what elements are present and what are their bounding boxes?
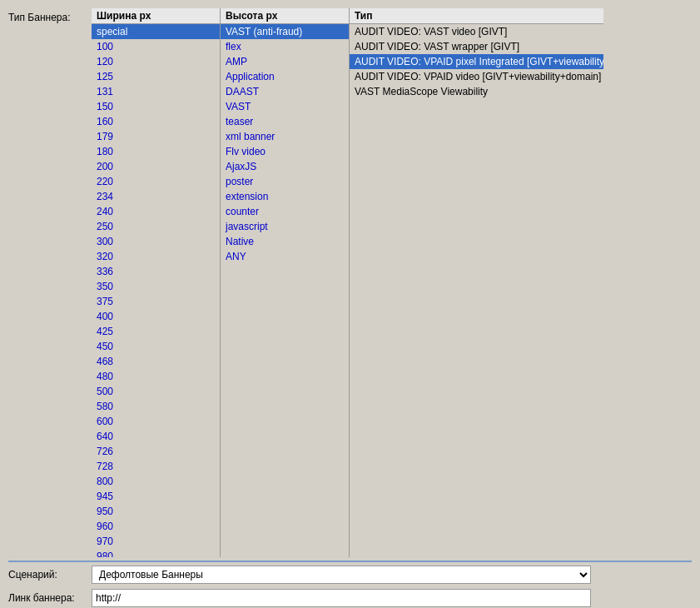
- list-item[interactable]: 500: [92, 384, 220, 399]
- list-item[interactable]: 480: [92, 369, 220, 384]
- width-column: Ширина px special10012012513115016017918…: [92, 8, 221, 557]
- list-item[interactable]: ANY: [221, 249, 349, 264]
- scenario-row: Сценарий: Дефолтовые Баннеры: [8, 566, 692, 584]
- list-item[interactable]: 580: [92, 399, 220, 414]
- list-item[interactable]: 160: [92, 114, 220, 129]
- scenario-select-wrapper[interactable]: Дефолтовые Баннеры: [92, 566, 591, 584]
- list-item[interactable]: 200: [92, 159, 220, 174]
- list-item[interactable]: 950: [92, 504, 220, 519]
- type-column: Тип AUDIT VIDEO: VAST video [GIVT]AUDIT …: [350, 8, 603, 557]
- height-column: Высота px VAST (anti-fraud)flexAMPApplic…: [221, 8, 350, 557]
- list-item[interactable]: DAAST: [221, 84, 349, 99]
- list-item[interactable]: 336: [92, 264, 220, 279]
- list-item[interactable]: AUDIT VIDEO: VAST wrapper [GIVT]: [350, 39, 603, 54]
- list-item[interactable]: AMP: [221, 54, 349, 69]
- scenario-select[interactable]: Дефолтовые Баннеры: [92, 566, 591, 584]
- height-header: Высота px: [221, 8, 349, 24]
- list-item[interactable]: AUDIT VIDEO: VPAID video [GIVT+viewabili…: [350, 69, 603, 84]
- list-item[interactable]: 375: [92, 294, 220, 309]
- list-item[interactable]: 100: [92, 39, 220, 54]
- list-item[interactable]: 726: [92, 444, 220, 459]
- list-item[interactable]: 970: [92, 534, 220, 549]
- list-item[interactable]: 400: [92, 309, 220, 324]
- list-item[interactable]: 425: [92, 324, 220, 339]
- list-item[interactable]: Application: [221, 69, 349, 84]
- list-item[interactable]: 640: [92, 429, 220, 444]
- list-item[interactable]: javascript: [221, 219, 349, 234]
- list-item[interactable]: 240: [92, 204, 220, 219]
- list-item[interactable]: 800: [92, 474, 220, 489]
- link-row: Линк баннера:: [8, 589, 692, 607]
- list-item[interactable]: 600: [92, 414, 220, 429]
- list-item[interactable]: AjaxJS: [221, 159, 349, 174]
- width-list[interactable]: special100120125131150160179180200220234…: [92, 24, 220, 557]
- list-item[interactable]: poster: [221, 174, 349, 189]
- list-item[interactable]: 234: [92, 189, 220, 204]
- list-item[interactable]: 960: [92, 519, 220, 534]
- list-item[interactable]: 120: [92, 54, 220, 69]
- list-item[interactable]: AUDIT VIDEO: VAST video [GIVT]: [350, 24, 603, 39]
- list-item[interactable]: Native: [221, 234, 349, 249]
- list-item[interactable]: 450: [92, 339, 220, 354]
- height-list[interactable]: VAST (anti-fraud)flexAMPApplicationDAAST…: [221, 24, 349, 557]
- list-item[interactable]: counter: [221, 204, 349, 219]
- type-header: Тип: [350, 8, 603, 24]
- list-item[interactable]: 125: [92, 69, 220, 84]
- list-item[interactable]: VAST: [221, 99, 349, 114]
- list-item[interactable]: flex: [221, 39, 349, 54]
- link-label: Линк баннера:: [8, 592, 92, 604]
- list-item[interactable]: Flv video: [221, 144, 349, 159]
- divider: [8, 561, 692, 562]
- banner-type-label: Тип Баннера:: [8, 8, 92, 23]
- width-header: Ширина px: [92, 8, 220, 24]
- list-item[interactable]: teaser: [221, 114, 349, 129]
- scenario-label: Сценарий:: [8, 569, 92, 581]
- list-item[interactable]: special: [92, 24, 220, 39]
- list-item[interactable]: 179: [92, 129, 220, 144]
- list-item[interactable]: VAST (anti-fraud): [221, 24, 349, 39]
- list-item[interactable]: 728: [92, 459, 220, 474]
- list-item[interactable]: 250: [92, 219, 220, 234]
- list-item[interactable]: 980: [92, 549, 220, 557]
- list-item[interactable]: 150: [92, 99, 220, 114]
- list-item[interactable]: VAST MediaScope Viewability: [350, 84, 603, 99]
- type-list[interactable]: AUDIT VIDEO: VAST video [GIVT]AUDIT VIDE…: [350, 24, 603, 557]
- list-item[interactable]: 300: [92, 234, 220, 249]
- list-item[interactable]: 180: [92, 144, 220, 159]
- list-item[interactable]: 468: [92, 354, 220, 369]
- list-item[interactable]: 320: [92, 249, 220, 264]
- list-item[interactable]: extension: [221, 189, 349, 204]
- list-item[interactable]: 220: [92, 174, 220, 189]
- list-item[interactable]: 131: [92, 84, 220, 99]
- list-item[interactable]: 945: [92, 489, 220, 504]
- list-item[interactable]: 350: [92, 279, 220, 294]
- list-item[interactable]: xml banner: [221, 129, 349, 144]
- list-item[interactable]: AUDIT VIDEO: VPAID pixel Integrated [GIV…: [350, 54, 603, 69]
- link-input[interactable]: [92, 589, 591, 607]
